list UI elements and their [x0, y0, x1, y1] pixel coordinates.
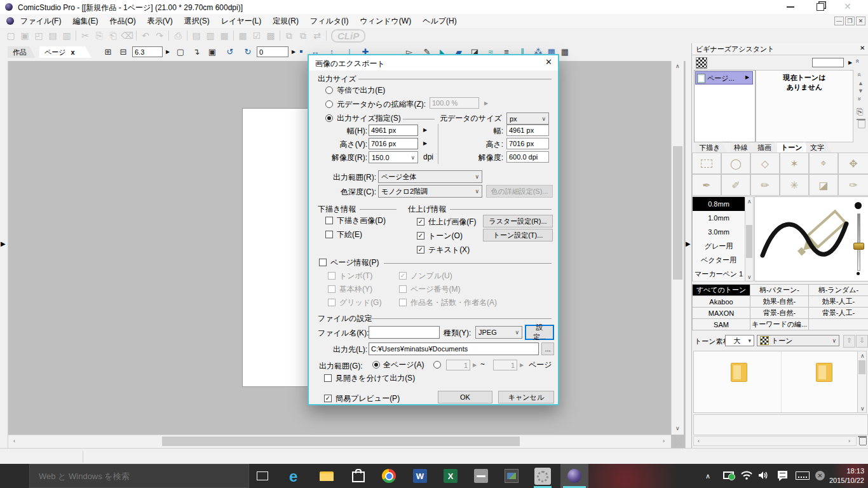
- resolution-combo[interactable]: 150.0∨: [369, 151, 418, 163]
- eyedropper-tool[interactable]: ⌖: [809, 152, 838, 174]
- page-item-expand-icon[interactable]: ▶: [745, 74, 749, 80]
- new-from-template-icon[interactable]: ▣: [18, 30, 32, 41]
- radio-output-specify-label[interactable]: 出力サイズ指定(S): [337, 113, 401, 124]
- category-bg-natural[interactable]: 背景-自然-: [750, 307, 809, 319]
- brush-item-08mm[interactable]: 0.8mm: [693, 197, 745, 212]
- move-tool[interactable]: ✥: [838, 152, 868, 174]
- link-window-icon[interactable]: ⧉: [282, 30, 296, 41]
- zoom-spinner[interactable]: ▶: [166, 50, 170, 55]
- rough-checkbox[interactable]: [325, 231, 333, 238]
- restore-button[interactable]: [817, 3, 824, 11]
- category-akaboo[interactable]: Akaboo: [692, 295, 750, 308]
- new-page-icon[interactable]: ▢: [4, 30, 18, 41]
- height-spinner[interactable]: ▶: [423, 141, 427, 146]
- duplicate-window-icon[interactable]: ⧉: [296, 30, 310, 41]
- tone-label[interactable]: トーン(O): [428, 231, 463, 241]
- tone-folder-item[interactable]: [731, 363, 747, 382]
- split-spread-label[interactable]: 見開きを分けて出力(S): [336, 373, 415, 384]
- finish-image-checkbox[interactable]: ✓: [417, 218, 424, 226]
- remove-page-icon[interactable]: ⊟: [117, 47, 130, 57]
- folder-up-button[interactable]: ⇧: [843, 335, 855, 348]
- delete-icon[interactable]: ⌫: [120, 30, 134, 41]
- tab-page-close-icon[interactable]: x: [71, 48, 75, 56]
- move-up-icon[interactable]: ▲: [858, 80, 864, 86]
- right-panel-expander[interactable]: ▶: [686, 240, 691, 247]
- assistant-trash-icon[interactable]: [858, 120, 865, 128]
- radio-output-equal-label[interactable]: 等倍で出力(E): [337, 85, 385, 96]
- tray-monitor-icon[interactable]: [723, 471, 734, 479]
- tab-draft[interactable]: 下描き: [695, 142, 728, 152]
- tray-keyboard-icon[interactable]: [796, 471, 810, 480]
- tab-page[interactable]: ページ x: [39, 46, 92, 58]
- finish-image-label[interactable]: 仕上げ画像(F): [428, 217, 477, 227]
- save-icon[interactable]: ▤: [46, 30, 60, 41]
- pen-tool[interactable]: ✒: [692, 174, 721, 196]
- tab-draw[interactable]: 描画: [754, 142, 779, 152]
- tone-swatch-icon[interactable]: [696, 57, 707, 69]
- menu-filter[interactable]: フィルタ(I): [310, 16, 348, 27]
- tab-story[interactable]: 作品: [8, 46, 36, 58]
- ok-button[interactable]: OK: [438, 391, 492, 403]
- scroll-down-icon[interactable]: ∨: [675, 426, 680, 431]
- ink-pen-tool[interactable]: ✑: [838, 174, 868, 196]
- zoom-input[interactable]: [132, 46, 163, 57]
- file-explorer-icon[interactable]: [320, 471, 334, 481]
- dialog-close-button[interactable]: ✕: [545, 57, 552, 67]
- color-depth-combo[interactable]: モノクロ2階調∨: [378, 185, 482, 198]
- assistant-filter-input[interactable]: [812, 58, 844, 67]
- all-pages-radio[interactable]: [372, 361, 380, 369]
- browser-vscrollbar[interactable]: ∧ ∨: [857, 351, 867, 413]
- simple-preview-label[interactable]: 簡易プレビュー(P): [336, 393, 400, 404]
- category-sam[interactable]: SAM: [692, 318, 750, 330]
- scanner-app-icon[interactable]: [474, 469, 488, 483]
- browse-button[interactable]: ...: [541, 342, 554, 355]
- tray-dismiss-icon[interactable]: ✕: [815, 471, 825, 480]
- size-slider-track[interactable]: [857, 214, 860, 271]
- photos-app-icon[interactable]: [505, 469, 519, 483]
- material-folder-combo[interactable]: トーン ∨: [757, 335, 839, 346]
- page-new-icon[interactable]: ▢: [174, 47, 187, 57]
- minimize-button[interactable]: [787, 6, 794, 8]
- open-icon[interactable]: ◰: [32, 30, 46, 41]
- radio-output-equal[interactable]: [325, 86, 333, 94]
- swap-window-icon[interactable]: ⇄: [310, 30, 324, 41]
- rough-label[interactable]: 下絵(E): [337, 229, 362, 240]
- browser-scroll-up-icon[interactable]: ∧: [860, 353, 865, 359]
- type-settings-button[interactable]: 設定...: [525, 325, 554, 340]
- category-maxon[interactable]: MAXON: [692, 307, 750, 319]
- menu-edit[interactable]: 編集(E): [72, 16, 98, 27]
- grid-icon[interactable]: ▩: [264, 30, 278, 41]
- menu-file[interactable]: ファイル(F): [20, 16, 61, 27]
- brush-scroll-up-icon[interactable]: ∧: [747, 199, 752, 205]
- device-app-icon[interactable]: [534, 468, 551, 485]
- angle-input[interactable]: [257, 46, 288, 57]
- undo-icon[interactable]: ↶: [139, 30, 153, 41]
- collapse-all-icon[interactable]: «: [854, 59, 862, 63]
- simple-preview-checkbox[interactable]: ✓: [324, 395, 332, 402]
- cancel-button[interactable]: キャンセル: [498, 391, 554, 403]
- brush-list-scrollbar[interactable]: ∧ ∨: [745, 196, 754, 281]
- table-icon[interactable]: ▦: [236, 30, 250, 41]
- chrome-icon[interactable]: [382, 469, 396, 483]
- reset-dot-icon[interactable]: [300, 50, 302, 53]
- tab-text[interactable]: 文字: [806, 142, 832, 152]
- split-spread-checkbox[interactable]: [324, 374, 332, 382]
- mdi-close-button[interactable]: ✕: [856, 17, 865, 25]
- menu-select[interactable]: 選択(S): [184, 16, 210, 27]
- angle-spinner[interactable]: ▶: [292, 50, 295, 55]
- radio-output-scale[interactable]: [325, 100, 333, 108]
- menu-view[interactable]: 表示(V): [147, 16, 173, 27]
- destination-input[interactable]: [369, 342, 539, 355]
- assistant-filter-spinner[interactable]: ▶: [848, 60, 852, 65]
- scroll-right-icon[interactable]: ›: [663, 438, 665, 444]
- edge-icon[interactable]: e: [289, 468, 297, 485]
- story-panel-icon[interactable]: ▤: [189, 30, 203, 41]
- clip-logo[interactable]: CLiP: [331, 29, 365, 43]
- start-button[interactable]: [8, 470, 19, 482]
- move-top-icon[interactable]: «: [856, 73, 863, 77]
- menu-window[interactable]: ウィンドウ(W): [360, 16, 411, 27]
- lasso-tool[interactable]: ◯: [721, 152, 750, 174]
- brush-item-marker1[interactable]: マーカーペン 1: [693, 267, 745, 281]
- tone-checkbox[interactable]: ✓: [417, 232, 424, 240]
- tray-notification-icon[interactable]: [778, 471, 787, 478]
